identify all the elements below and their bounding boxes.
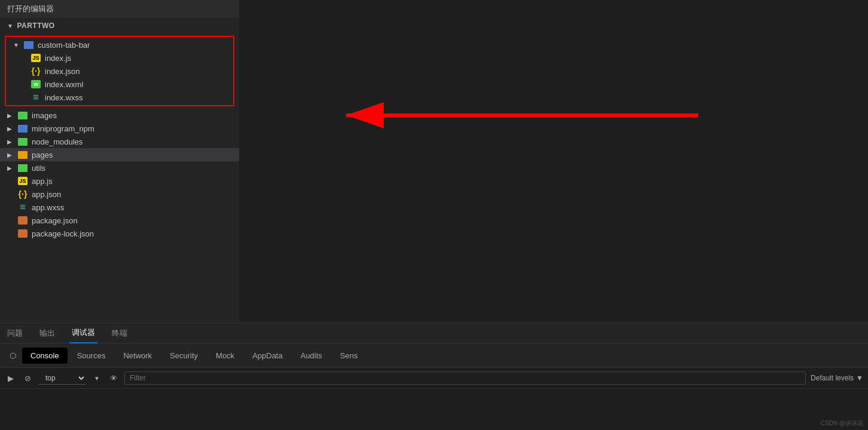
tree-label-custom-tab-bar: custom-tab-bar xyxy=(38,41,90,50)
tab-mock[interactable]: Mock xyxy=(207,348,243,364)
folder-icon xyxy=(23,40,35,50)
app-js-icon: JS xyxy=(17,176,29,186)
tree-item-miniprogram-npm[interactable]: ▶ miniprogram_npm xyxy=(0,122,239,135)
cursor-tool-btn[interactable]: ⬡ xyxy=(5,349,21,363)
tree-label-images: images xyxy=(32,111,57,120)
tree-item-images[interactable]: ▶ images xyxy=(0,109,239,122)
wxss-file-icon: ≡ xyxy=(30,93,42,102)
section-name: PARTTWO xyxy=(17,22,54,30)
tab-problems[interactable]: 问题 xyxy=(5,323,25,343)
tree-item-index-wxss[interactable]: ≡ index.wxss xyxy=(6,91,233,104)
app-wxss-icon: ≡ xyxy=(17,202,29,212)
dropdown-icon[interactable]: ▼ xyxy=(91,372,103,384)
tree-label-index-json: index.json xyxy=(45,67,80,76)
tree-item-pages[interactable]: ▶ pages xyxy=(0,148,239,161)
package-json-icon xyxy=(17,216,29,225)
sidebar-header: 打开的编辑器 xyxy=(0,0,239,18)
tree-label-app-js: app.js xyxy=(32,177,53,186)
tree-label-node-modules: node_modules xyxy=(32,137,82,146)
images-folder-icon xyxy=(17,110,29,120)
highlight-box: ▼ custom-tab-bar JS index.js { xyxy=(5,36,234,106)
utils-folder-icon xyxy=(17,163,29,173)
section-chevron: ▼ xyxy=(7,23,13,29)
tree-item-app-json[interactable]: {·} app.json xyxy=(0,188,239,201)
devtools-bar: ⬡ Console Sources Network Security Mock … xyxy=(0,344,868,368)
tree-label-index-wxml: index.wxml xyxy=(45,80,83,89)
content-area xyxy=(239,0,868,322)
pages-folder-icon xyxy=(17,150,29,159)
top-context-select[interactable]: top xyxy=(38,372,86,385)
tree-item-package-lock-json[interactable]: package-lock.json xyxy=(0,227,239,240)
tree-item-custom-tab-bar[interactable]: ▼ custom-tab-bar xyxy=(6,38,233,51)
watermark: CSDN @讲语花 xyxy=(821,419,863,428)
eye-icon[interactable]: 👁 xyxy=(108,372,120,384)
tab-output[interactable]: 输出 xyxy=(37,323,57,343)
tree-label-app-json: app.json xyxy=(32,190,61,199)
console-toolbar: ▶ ⊘ top ▼ 👁 Default levels ▼ xyxy=(0,368,868,389)
tree-item-app-js[interactable]: JS app.js xyxy=(0,174,239,188)
tree-item-index-js[interactable]: JS index.js xyxy=(6,51,233,64)
file-tree: ▼ custom-tab-bar JS index.js { xyxy=(0,33,239,322)
tree-label-miniprogram-npm: miniprogram_npm xyxy=(32,124,94,133)
tree-item-utils[interactable]: ▶ utils xyxy=(0,161,239,174)
tree-label-index-js: index.js xyxy=(45,54,71,63)
tree-label-package-json: package.json xyxy=(32,216,78,225)
package-lock-json-icon xyxy=(17,229,29,238)
app-json-icon: {·} xyxy=(17,189,29,199)
tree-label-package-lock-json: package-lock.json xyxy=(32,229,94,238)
node-modules-folder-icon xyxy=(17,137,29,146)
section-title: ▼ PARTTWO xyxy=(0,18,239,33)
tab-sens[interactable]: Sens xyxy=(332,348,366,364)
filter-input[interactable] xyxy=(124,371,806,385)
bottom-panel: 问题 输出 调试器 终端 ⬡ Console Sources Network S… xyxy=(0,322,868,430)
default-levels-btn[interactable]: Default levels ▼ xyxy=(811,374,863,382)
tree-item-index-json[interactable]: {·} index.json xyxy=(6,64,233,78)
stop-icon[interactable]: ⊘ xyxy=(22,372,33,384)
play-icon[interactable]: ▶ xyxy=(5,372,17,384)
panel-tabs: 问题 输出 调试器 终端 xyxy=(0,323,868,344)
sidebar: 打开的编辑器 ▼ PARTTWO ▼ custom-tab-bar J xyxy=(0,0,239,322)
js-file-icon: JS xyxy=(30,53,42,63)
tab-audits[interactable]: Audits xyxy=(292,348,331,364)
tab-sources[interactable]: Sources xyxy=(69,348,114,364)
tree-item-index-wxml[interactable]: W index.wxml xyxy=(6,78,233,91)
red-arrow xyxy=(334,90,711,140)
tree-label-index-wxss: index.wxss xyxy=(45,93,83,102)
tree-label-app-wxss: app.wxss xyxy=(32,203,64,212)
tree-label-utils: utils xyxy=(32,164,45,173)
tab-appdata[interactable]: AppData xyxy=(244,348,291,364)
tab-terminal[interactable]: 终端 xyxy=(109,323,130,343)
tree-item-package-json[interactable]: package.json xyxy=(0,214,239,227)
wxml-file-icon: W xyxy=(30,79,42,89)
sidebar-header-label: 打开的编辑器 xyxy=(7,4,54,14)
tab-security[interactable]: Security xyxy=(161,348,206,364)
tree-item-node-modules[interactable]: ▶ node_modules xyxy=(0,135,239,148)
tab-network[interactable]: Network xyxy=(115,348,160,364)
tab-debugger[interactable]: 调试器 xyxy=(69,323,97,343)
tree-label-pages: pages xyxy=(32,150,53,159)
tree-item-app-wxss[interactable]: ≡ app.wxss xyxy=(0,201,239,214)
tab-console[interactable]: Console xyxy=(22,348,68,364)
json-file-icon: {·} xyxy=(30,66,42,76)
miniprogram-folder-icon xyxy=(17,124,29,133)
